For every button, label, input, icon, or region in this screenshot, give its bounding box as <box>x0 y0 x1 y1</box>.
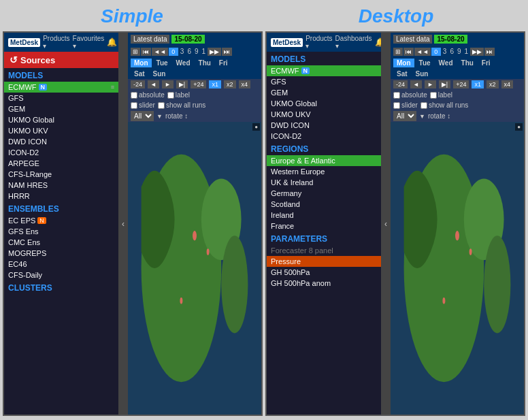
absolute-check[interactable]: absolute <box>131 91 165 99</box>
day-tue[interactable]: Tue <box>153 59 171 67</box>
desktop-offset-next[interactable]: ► <box>425 80 436 88</box>
next-next-btn[interactable]: ▶▶ <box>208 48 221 56</box>
sources-header[interactable]: ↺ Sources <box>4 52 118 68</box>
desktop-products-menu[interactable]: Products ▾ <box>306 35 332 50</box>
offset-next[interactable]: ► <box>162 80 174 88</box>
rotate-btn[interactable]: rotate ↕ <box>165 112 188 120</box>
desktop-grid-btn[interactable]: ⊞ <box>393 48 403 56</box>
desktop-model-ukmo-global[interactable]: UKMO Global <box>267 98 381 109</box>
offset-prev[interactable]: ◄ <box>148 80 159 88</box>
desktop-slider-check[interactable]: slider <box>393 101 418 109</box>
param-gh-500-anom[interactable]: GH 500hPa anom <box>267 278 381 289</box>
desktop-first-btn[interactable]: ⏮ <box>403 48 414 56</box>
desktop-model-gfs[interactable]: GFS <box>267 76 381 87</box>
slider-check[interactable]: slider <box>131 101 155 109</box>
simple-collapse-arrow[interactable]: ‹ <box>118 33 128 415</box>
model-ukmo-global[interactable]: UKMO Global <box>4 114 118 125</box>
desktop-offset-end[interactable]: ▶| <box>439 80 450 88</box>
offset-plus24[interactable]: +24 <box>191 80 206 88</box>
grid-btn[interactable]: ⊞ <box>131 48 140 56</box>
desktop-day-sun[interactable]: Sun <box>412 69 432 78</box>
ens-ec-eps[interactable]: EC EPS N <box>4 215 118 226</box>
region-ireland[interactable]: Ireland <box>267 210 381 221</box>
desktop-menu[interactable]: Products ▾ Dashboards ▾ <box>306 35 372 50</box>
simple-menu[interactable]: Products ▾ Favourites ▾ <box>43 35 104 50</box>
num-1-btn[interactable]: 1 <box>201 47 208 56</box>
region-scotland[interactable]: Scotland <box>267 199 381 210</box>
desktop-model-gem[interactable]: GEM <box>267 87 381 98</box>
day-mon[interactable]: Mon <box>131 59 152 67</box>
desktop-model-icon-d2[interactable]: ICON-D2 <box>267 131 381 142</box>
num-9-btn[interactable]: 9 <box>193 47 200 56</box>
step-x2[interactable]: x2 <box>224 80 236 88</box>
region-germany[interactable]: Germany <box>267 188 381 199</box>
model-arpege[interactable]: ARPEGE <box>4 158 118 169</box>
label-check[interactable]: label <box>167 91 190 99</box>
desktop-day-mon[interactable]: Mon <box>393 59 414 67</box>
param-forecaster-8[interactable]: Forecaster 8 panel <box>267 245 381 256</box>
bell-icon[interactable]: 🔔 <box>107 37 117 47</box>
num-0-btn[interactable]: 0 <box>169 48 178 56</box>
desktop-collapse-arrow[interactable]: ‹ <box>381 33 391 415</box>
desktop-absolute-check[interactable]: absolute <box>393 91 427 99</box>
show-all-runs-check[interactable]: show all runs <box>158 101 205 109</box>
model-gem[interactable]: GEM <box>4 103 118 114</box>
model-icon-d2[interactable]: ICON-D2 <box>4 147 118 158</box>
ens-gfs-ens[interactable]: GFS Ens <box>4 226 118 237</box>
desktop-show-all-runs-check[interactable]: show all runs <box>420 101 468 109</box>
model-hrrr[interactable]: HRRR <box>4 191 118 201</box>
desktop-step-x1[interactable]: x1 <box>472 80 484 88</box>
param-pressure[interactable]: Pressure <box>267 256 381 267</box>
desktop-day-sat[interactable]: Sat <box>393 69 411 78</box>
favourites-menu[interactable]: Favourites ▾ <box>73 35 105 50</box>
model-cfs-lrange[interactable]: CFS-LRange <box>4 169 118 180</box>
param-gh-500[interactable]: GH 500hPa <box>267 267 381 278</box>
desktop-offset-prev[interactable]: ◄ <box>410 80 422 88</box>
step-x1[interactable]: x1 <box>209 80 221 88</box>
desktop-next-next-btn[interactable]: ▶▶ <box>470 48 484 56</box>
desktop-num-3-btn[interactable]: 3 <box>442 47 448 56</box>
step-x4[interactable]: x4 <box>239 80 251 88</box>
model-gfs[interactable]: GFS <box>4 93 118 103</box>
ens-mogreps[interactable]: MOGREPS <box>4 248 118 259</box>
offset-minus24[interactable]: -24 <box>131 80 145 88</box>
last-btn[interactable]: ⏭ <box>222 48 232 56</box>
desktop-rotate-btn[interactable]: rotate ↕ <box>428 112 450 120</box>
region-europe-atlantic[interactable]: Europe & E Atlantic <box>267 155 381 166</box>
desktop-num-1-btn[interactable]: 1 <box>463 47 470 56</box>
desktop-model-ecmwf[interactable]: ECMWF N <box>267 65 381 76</box>
desktop-num-6-btn[interactable]: 6 <box>448 47 455 56</box>
desktop-last-btn[interactable]: ⏭ <box>484 48 495 56</box>
region-western-europe[interactable]: Western Europe <box>267 166 381 177</box>
model-nam-hres[interactable]: NAM HRES <box>4 180 118 191</box>
model-ecmwf[interactable]: ECMWF N ≡ <box>4 82 118 93</box>
desktop-all-select[interactable]: All <box>393 111 416 121</box>
all-select[interactable]: All <box>131 111 154 121</box>
desktop-day-fri[interactable]: Fri <box>478 59 494 67</box>
first-btn[interactable]: ⏮ <box>141 48 151 56</box>
desktop-prev-prev-btn[interactable]: ◄◄ <box>414 48 431 56</box>
dashboards-menu[interactable]: Dashboards ▾ <box>335 35 372 50</box>
model-ukmo-ukv[interactable]: UKMO UKV <box>4 125 118 136</box>
desktop-model-dwd-icon[interactable]: DWD ICON <box>267 120 381 131</box>
offset-end[interactable]: ▶| <box>176 80 188 88</box>
products-menu[interactable]: Products ▾ <box>43 35 69 50</box>
desktop-offset-minus24[interactable]: -24 <box>393 80 408 88</box>
desktop-offset-plus24[interactable]: +24 <box>453 80 469 88</box>
desktop-day-wed[interactable]: Wed <box>435 59 457 67</box>
day-sat[interactable]: Sat <box>131 69 148 78</box>
num-6-btn[interactable]: 6 <box>186 47 193 56</box>
ens-ec46[interactable]: EC46 <box>4 259 118 270</box>
desktop-step-x2[interactable]: x2 <box>486 80 499 88</box>
region-uk-ireland[interactable]: UK & Ireland <box>267 177 381 188</box>
num-3-btn[interactable]: 3 <box>179 47 186 56</box>
prev-prev-btn[interactable]: ◄◄ <box>152 48 168 56</box>
day-thu[interactable]: Thu <box>195 59 214 67</box>
day-fri[interactable]: Fri <box>216 59 231 67</box>
desktop-step-x4[interactable]: x4 <box>501 80 514 88</box>
desktop-num-0-btn[interactable]: 0 <box>431 48 441 56</box>
model-dwd-icon[interactable]: DWD ICON <box>4 136 118 147</box>
desktop-num-9-btn[interactable]: 9 <box>456 47 463 56</box>
desktop-label-check[interactable]: label <box>430 91 452 99</box>
region-france[interactable]: France <box>267 221 381 231</box>
